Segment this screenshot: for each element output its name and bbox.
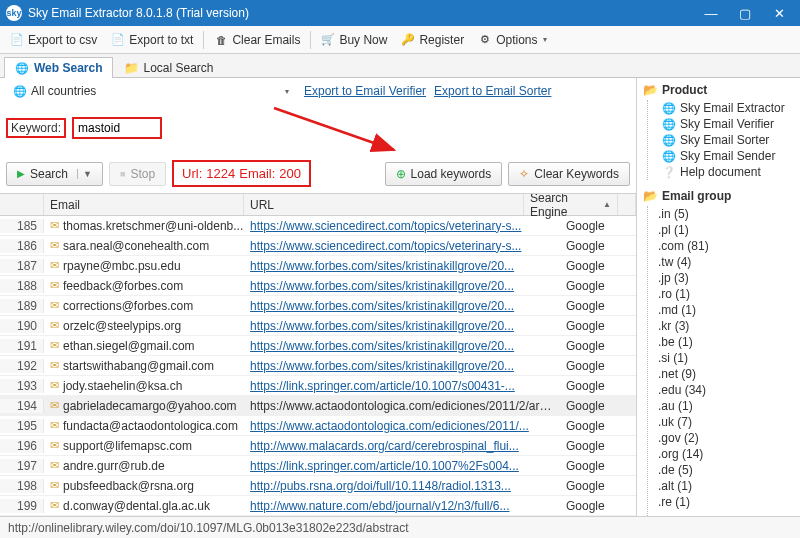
email-group-item[interactable]: .de (5)	[648, 462, 800, 478]
email-group-item[interactable]: .tw (4)	[648, 254, 800, 270]
table-row[interactable]: 186✉sara.neal@conehealth.comhttps://www.…	[0, 236, 636, 256]
broom-icon: ✧	[519, 167, 529, 181]
cell-url[interactable]: https://www.actaodontologica.com/edicion…	[244, 419, 560, 433]
maximize-button[interactable]: ▢	[728, 0, 762, 26]
export-txt-icon: 📄	[111, 33, 125, 47]
envelope-icon: ✉	[50, 279, 59, 292]
tab-web-search[interactable]: 🌐Web Search	[4, 57, 113, 78]
email-group-item[interactable]: .md (1)	[648, 302, 800, 318]
table-row[interactable]: 198✉pubsfeedback@rsna.orghttp://pubs.rsn…	[0, 476, 636, 496]
cell-url[interactable]: https://www.sciencedirect.com/topics/vet…	[244, 219, 560, 233]
cell-url[interactable]: https://www.forbes.com/sites/kristinakil…	[244, 359, 560, 373]
title-bar: sky Sky Email Extractor 8.0.1.8 (Trial v…	[0, 0, 800, 26]
cell-email: ✉thomas.kretschmer@uni-oldenb...	[44, 219, 244, 233]
cell-url[interactable]: http://www.nature.com/ebd/journal/v12/n3…	[244, 499, 560, 513]
options-button[interactable]: ⚙Options▾	[472, 30, 553, 50]
email-group-item[interactable]: .org (14)	[648, 446, 800, 462]
help-icon: ❔	[662, 166, 676, 179]
export-verifier-link[interactable]: Export to Email Verifier	[304, 84, 426, 98]
group-label: .tw (4)	[658, 255, 691, 269]
email-group-item[interactable]: .jp (3)	[648, 270, 800, 286]
tab-local-search[interactable]: 📁Local Search	[113, 57, 224, 78]
group-label: .be (1)	[658, 335, 693, 349]
table-row[interactable]: 189✉corrections@forbes.comhttps://www.fo…	[0, 296, 636, 316]
load-keywords-button[interactable]: ⊕Load keywords	[385, 162, 503, 186]
envelope-icon: ✉	[50, 219, 59, 232]
table-row[interactable]: 185✉thomas.kretschmer@uni-oldenb...https…	[0, 216, 636, 236]
cell-url[interactable]: https://www.forbes.com/sites/kristinakil…	[244, 299, 560, 313]
buy-now-button[interactable]: 🛒Buy Now	[315, 30, 393, 50]
cell-url[interactable]: https://www.actaodontologica.com/edicion…	[244, 399, 560, 413]
table-row[interactable]: 187✉rpayne@mbc.psu.eduhttps://www.forbes…	[0, 256, 636, 276]
email-group-item[interactable]: .com (81)	[648, 238, 800, 254]
email-group-item[interactable]: .be (1)	[648, 334, 800, 350]
cell-url[interactable]: https://link.springer.com/article/10.100…	[244, 379, 560, 393]
group-label: .re (1)	[658, 495, 690, 509]
email-group-item[interactable]: .si (1)	[648, 350, 800, 366]
col-email[interactable]: Email	[44, 194, 244, 215]
export-csv-button[interactable]: 📄Export to csv	[4, 30, 103, 50]
product-item[interactable]: ❔Help document	[652, 164, 800, 180]
cell-email: ✉andre.gurr@rub.de	[44, 459, 244, 473]
email-group-item[interactable]: .in (5)	[648, 206, 800, 222]
cell-url[interactable]: https://www.forbes.com/sites/kristinakil…	[244, 339, 560, 353]
export-txt-button[interactable]: 📄Export to txt	[105, 30, 199, 50]
cell-url[interactable]: https://www.forbes.com/sites/kristinakil…	[244, 259, 560, 273]
cell-email: ✉d.conway@dental.gla.ac.uk	[44, 499, 244, 513]
table-row[interactable]: 191✉ethan.siegel@gmail.comhttps://www.fo…	[0, 336, 636, 356]
cell-url[interactable]: http://pubs.rsna.org/doi/full/10.1148/ra…	[244, 479, 560, 493]
col-rownum[interactable]	[0, 194, 44, 215]
product-item[interactable]: 🌐Sky Email Extractor	[652, 100, 800, 116]
email-group-item[interactable]: .re (1)	[648, 494, 800, 510]
table-row[interactable]: 194✉gabrieladecamargo@yahoo.comhttps://w…	[0, 396, 636, 416]
email-group-item[interactable]: .pl (1)	[648, 222, 800, 238]
col-search-engine[interactable]: Search Engine▲	[524, 194, 618, 215]
cell-url[interactable]: https://www.forbes.com/sites/kristinakil…	[244, 279, 560, 293]
cell-url[interactable]: https://www.forbes.com/sites/kristinakil…	[244, 319, 560, 333]
search-button[interactable]: ▶Search▼	[6, 162, 103, 186]
globe-icon: 🌐	[662, 102, 676, 115]
table-row[interactable]: 196✉support@lifemapsc.comhttp://www.mala…	[0, 436, 636, 456]
chevron-down-icon[interactable]: ▼	[77, 169, 92, 179]
envelope-icon: ✉	[50, 339, 59, 352]
clear-keywords-button[interactable]: ✧Clear Keywords	[508, 162, 630, 186]
group-label: .md (1)	[658, 303, 696, 317]
email-group-item[interactable]: .alt (1)	[648, 478, 800, 494]
email-group-item[interactable]: .kr (3)	[648, 318, 800, 334]
minimize-button[interactable]: —	[694, 0, 728, 26]
register-button[interactable]: 🔑Register	[395, 30, 470, 50]
email-group-item[interactable]: .edu (34)	[648, 382, 800, 398]
envelope-icon: ✉	[50, 419, 59, 432]
email-group-item[interactable]: .uk (7)	[648, 414, 800, 430]
col-url[interactable]: URL	[244, 194, 524, 215]
grid-body[interactable]: 185✉thomas.kretschmer@uni-oldenb...https…	[0, 216, 636, 516]
table-row[interactable]: 190✉orzelc@steelypips.orghttps://www.for…	[0, 316, 636, 336]
table-row[interactable]: 195✉fundacta@actaodontologica.comhttps:/…	[0, 416, 636, 436]
cell-url[interactable]: https://www.sciencedirect.com/topics/vet…	[244, 239, 560, 253]
email-group-item[interactable]: .au (1)	[648, 398, 800, 414]
close-button[interactable]: ✕	[762, 0, 796, 26]
cell-url[interactable]: https://link.springer.com/article/10.100…	[244, 459, 560, 473]
product-label: Sky Email Sender	[680, 149, 775, 163]
cell-search-engine: Google	[560, 299, 636, 313]
sidebar: 📂Product 🌐Sky Email Extractor🌐Sky Email …	[636, 78, 800, 516]
email-group-item[interactable]: .net (9)	[648, 366, 800, 382]
envelope-icon: ✉	[50, 439, 59, 452]
table-row[interactable]: 188✉feedback@forbes.comhttps://www.forbe…	[0, 276, 636, 296]
table-row[interactable]: 192✉startswithabang@gmail.comhttps://www…	[0, 356, 636, 376]
table-row[interactable]: 193✉jody.staehelin@ksa.chhttps://link.sp…	[0, 376, 636, 396]
table-row[interactable]: 197✉andre.gurr@rub.dehttps://link.spring…	[0, 456, 636, 476]
country-dropdown[interactable]: 🌐 All countries ▾	[6, 81, 296, 101]
product-item[interactable]: 🌐Sky Email Sender	[652, 148, 800, 164]
cell-url[interactable]: http://www.malacards.org/card/cerebrospi…	[244, 439, 560, 453]
action-row: ▶Search▼ ■Stop Url:1224 Email:200 ⊕Load …	[0, 154, 636, 193]
email-group-item[interactable]: .gov (2)	[648, 430, 800, 446]
email-group-item[interactable]: .ro (1)	[648, 286, 800, 302]
product-item[interactable]: 🌐Sky Email Sorter	[652, 132, 800, 148]
table-row[interactable]: 199✉d.conway@dental.gla.ac.ukhttp://www.…	[0, 496, 636, 516]
keyword-input[interactable]	[72, 117, 162, 139]
clear-emails-button[interactable]: 🗑Clear Emails	[208, 30, 306, 50]
product-item[interactable]: 🌐Sky Email Verifier	[652, 116, 800, 132]
export-sorter-link[interactable]: Export to Email Sorter	[434, 84, 551, 98]
email-group-list[interactable]: .in (5).pl (1).com (81).tw (4).jp (3).ro…	[647, 206, 800, 516]
